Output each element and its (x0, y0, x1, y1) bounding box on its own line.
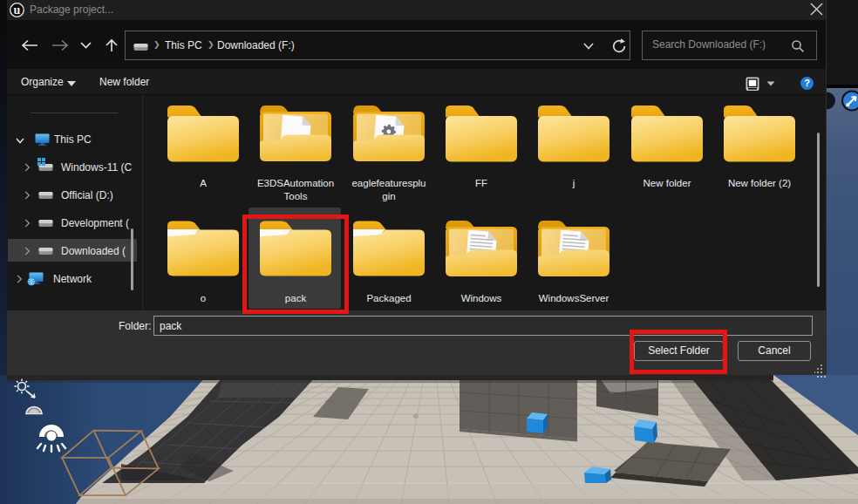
svg-text:u: u (14, 3, 21, 17)
